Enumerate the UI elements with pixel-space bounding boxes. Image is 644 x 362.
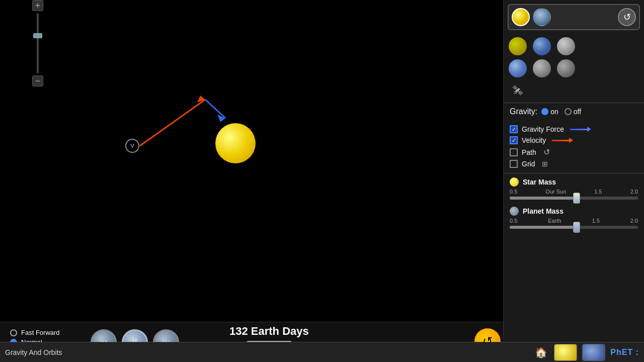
simulation-area: V — [0, 0, 468, 342]
planet-body[interactable]: V — [125, 139, 139, 153]
gravity-force-row: Gravity Force — [510, 125, 638, 133]
body-option-moon2[interactable] — [533, 59, 551, 77]
planet-mass-15: 1.5 — [592, 218, 599, 224]
gravity-radio-group: on off — [541, 108, 581, 116]
body-selector: ↺ — [508, 4, 640, 30]
gravity-off-label: off — [574, 108, 581, 116]
planet-label: V — [130, 143, 134, 149]
body-option-satellite[interactable]: 🛰 — [509, 81, 527, 100]
planet-mass-section: Planet Mass 0.5 Earth 1.5 2.0 — [510, 207, 638, 229]
speed-fast-forward[interactable]: Fast Forward — [10, 329, 70, 336]
path-row: Path ↺ — [510, 147, 638, 157]
mass-sliders: Star Mass 0.5 Our Sun 1.5 2.0 Planet Mas… — [504, 173, 644, 240]
star-mass-max: 2.0 — [630, 189, 638, 195]
gravity-label: Gravity: — [510, 107, 537, 116]
velocity-row: Velocity — [510, 136, 638, 144]
grid-icon: ⊞ — [542, 160, 548, 168]
speed-fast-forward-label: Fast Forward — [21, 329, 60, 336]
gravity-on-label: on — [550, 108, 558, 116]
planet-mass-fill — [510, 226, 577, 229]
star-body[interactable] — [215, 123, 256, 163]
zoom-in-button[interactable]: + — [32, 0, 43, 11]
star-mass-mid: Our Sun — [545, 189, 566, 195]
velocity-label: Velocity — [522, 136, 546, 144]
planet-mass-title-row: Planet Mass — [510, 207, 638, 216]
zoom-handle[interactable] — [33, 33, 42, 38]
speed-fast-forward-radio[interactable] — [10, 329, 17, 336]
body-option-earth1[interactable] — [533, 37, 551, 55]
show-hide-options: Gravity Force Velocity Path ↺ Grid ⊞ — [504, 123, 644, 173]
velocity-checkbox[interactable] — [510, 136, 518, 144]
grid-checkbox[interactable] — [510, 160, 518, 168]
planet-mass-track[interactable] — [510, 226, 638, 229]
planet-mass-title: Planet Mass — [523, 207, 564, 215]
footer-tab-sun[interactable] — [554, 344, 577, 361]
body-grid: 🛰 — [504, 34, 644, 103]
star-mass-min: 0.5 — [510, 189, 517, 195]
zoom-slider[interactable]: + − — [30, 0, 45, 101]
gravity-force-label: Gravity Force — [522, 125, 564, 133]
zoom-out-button[interactable]: − — [32, 75, 43, 86]
star-mass-section: Star Mass 0.5 Our Sun 1.5 2.0 — [510, 177, 638, 200]
svg-marker-3 — [217, 115, 225, 122]
body-option-earth2[interactable] — [509, 59, 527, 77]
app-title: Gravity And Orbits — [5, 348, 528, 356]
phet-logo: PhET : — [610, 348, 639, 357]
planet-mass-max: 2.0 — [630, 218, 638, 224]
star-mass-title-row: Star Mass — [510, 177, 638, 187]
body-option-asteroid[interactable] — [557, 59, 575, 77]
footer-bar: Gravity And Orbits 🏠 PhET : — [0, 342, 644, 362]
simulation-svg — [0, 0, 468, 342]
earth-days-label: 132 Earth Days — [229, 325, 309, 338]
svg-marker-1 — [197, 96, 205, 103]
gravity-on-option[interactable]: on — [541, 108, 558, 116]
path-checkbox[interactable] — [510, 148, 518, 156]
body-option-moon1[interactable] — [557, 37, 575, 55]
footer-tab-earth[interactable] — [582, 344, 605, 361]
svg-line-0 — [140, 100, 205, 146]
select-moon-button[interactable] — [533, 8, 551, 26]
gravity-force-arrow — [570, 129, 588, 130]
star-mass-thumb[interactable] — [573, 193, 580, 204]
star-mass-orb — [510, 177, 519, 187]
velocity-arrow — [552, 140, 570, 141]
body-selector-items — [512, 8, 551, 26]
star-mass-15: 1.5 — [594, 189, 602, 195]
gravity-row: Gravity: on off — [510, 107, 638, 116]
home-button[interactable]: 🏠 — [533, 344, 549, 360]
planet-mass-orb — [510, 207, 519, 216]
svg-line-2 — [205, 100, 225, 118]
path-icon: ↺ — [543, 147, 550, 157]
planet-mass-thumb[interactable] — [573, 222, 580, 233]
gravity-force-checkbox[interactable] — [510, 125, 518, 133]
star-mass-track[interactable] — [510, 197, 638, 200]
select-sun-button[interactable] — [512, 8, 530, 26]
gravity-off-radio[interactable] — [565, 108, 572, 115]
star-mass-fill — [510, 197, 577, 200]
grid-row: Grid ⊞ — [510, 160, 638, 168]
gravity-off-option[interactable]: off — [565, 108, 581, 116]
path-label: Path — [522, 148, 536, 156]
right-panel: ↺ 🛰 Gravity: on off — [503, 0, 644, 362]
planet-mass-min: 0.5 — [510, 218, 517, 224]
reset-button[interactable]: ↺ — [618, 8, 636, 26]
gravity-controls: Gravity: on off — [504, 103, 644, 123]
body-option-sun[interactable] — [509, 37, 527, 55]
star-mass-title: Star Mass — [523, 178, 556, 186]
grid-label: Grid — [522, 160, 535, 168]
gravity-on-radio[interactable] — [541, 108, 548, 115]
planet-mass-mid: Earth — [548, 218, 561, 224]
zoom-track — [37, 13, 39, 73]
